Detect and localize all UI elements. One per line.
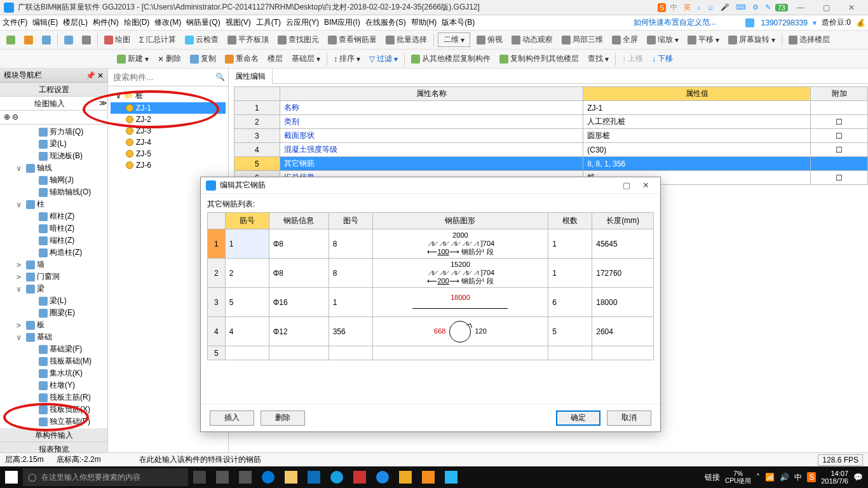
nav-node[interactable]: 辅助轴线(O) <box>1 186 106 198</box>
nav-node[interactable]: 暗柱(Z) <box>1 222 106 234</box>
copyto-button[interactable]: 复制构件到其他楼层 <box>497 52 581 65</box>
close-button[interactable]: ✕ <box>839 3 864 12</box>
menu-view[interactable]: 视图(V) <box>226 17 251 28</box>
sum-button[interactable]: Σ 汇总计算 <box>137 33 179 46</box>
tab-property-edit[interactable]: 属性编辑 <box>229 69 273 84</box>
copy-button[interactable]: 复制 <box>187 52 219 65</box>
open-button[interactable] <box>22 34 36 46</box>
collapse-icon[interactable]: ⊖ <box>12 112 18 121</box>
align-top-button[interactable]: 平齐板顶 <box>225 33 271 46</box>
ok-button[interactable]: 确定 <box>556 410 600 426</box>
element-root[interactable]: ∨ 📁 桩 <box>111 89 226 102</box>
search-icon[interactable]: 🔍 <box>215 72 224 81</box>
batch-select-button[interactable]: 批量选择 <box>383 33 430 46</box>
cancel-button[interactable]: 取消 <box>607 410 651 426</box>
nav-node[interactable]: ∨梁 <box>1 283 106 295</box>
tab-draw-input[interactable]: 绘图输入 ≫ <box>0 97 107 111</box>
tb-app-7[interactable] <box>440 466 463 488</box>
insert-button[interactable]: 插入 <box>210 410 254 426</box>
tray-clock[interactable]: 14:072018/7/6 <box>821 470 848 485</box>
taskbar-search[interactable]: ◯ 在这里输入你想要搜索的内容 <box>23 468 188 486</box>
menu-tools[interactable]: 工具(T) <box>256 17 281 28</box>
nav-node[interactable]: 梁(L) <box>1 295 106 307</box>
tray-sogou-icon[interactable]: S <box>807 472 816 482</box>
draw-button[interactable]: 绘图 <box>102 33 133 46</box>
tb-app-5[interactable] <box>394 466 417 488</box>
floor-button[interactable]: 楼层 <box>265 52 285 65</box>
nav-node[interactable]: >墙 <box>1 259 106 271</box>
nav-node[interactable]: 基础梁(F) <box>1 343 106 355</box>
tb-folder[interactable] <box>280 466 302 488</box>
dialog-maximize-button[interactable]: ▢ <box>617 180 636 190</box>
element-item[interactable]: ZJ-4 <box>111 137 226 148</box>
rotate-button[interactable]: 屏幕旋转 ▾ <box>726 33 778 46</box>
orbit-button[interactable]: 动态观察 <box>509 33 555 46</box>
element-item[interactable]: ZJ-1 <box>111 102 226 114</box>
property-table[interactable]: 属性名称属性值附加1名称ZJ-12类别人工挖孔桩☐3截面形状圆形桩☐4混凝土强度… <box>234 86 868 185</box>
nav-node[interactable]: >门窗洞 <box>1 271 106 283</box>
element-item[interactable]: ZJ-6 <box>111 159 226 171</box>
2d-dropdown[interactable]: 二维 ▾ <box>438 32 470 47</box>
nav-node[interactable]: 剪力墙(Q) <box>1 126 106 138</box>
nav-node[interactable]: 独立基础(P) <box>1 416 106 428</box>
tb-store[interactable] <box>302 466 325 488</box>
menu-element[interactable]: 构件(N) <box>93 17 119 28</box>
undo-button[interactable] <box>62 34 76 46</box>
account-number[interactable]: 13907298339 <box>761 18 808 27</box>
expand-icon[interactable]: ⊕ <box>4 112 10 121</box>
nav-node[interactable]: 筏板基础(M) <box>1 355 106 367</box>
delete-row-button[interactable]: 删除 <box>261 410 305 426</box>
view-rebar-button[interactable]: 查看钢筋量 <box>325 33 379 46</box>
nav-node[interactable]: ∨轴线 <box>1 162 106 174</box>
copyfrom-button[interactable]: 从其他楼层复制构件 <box>409 52 493 65</box>
find-button[interactable]: 查找▾ <box>585 52 611 65</box>
menu-file[interactable]: 文件(F) <box>3 17 27 28</box>
tb-ie[interactable] <box>325 466 348 488</box>
redo-button[interactable] <box>79 34 93 46</box>
cloud-check-button[interactable]: 云检查 <box>182 33 221 46</box>
menu-cloud[interactable]: 云应用(Y) <box>286 17 319 28</box>
tb-app-6[interactable] <box>417 466 440 488</box>
tb-edge[interactable] <box>257 466 280 488</box>
find-ele-button[interactable]: 查找图元 <box>275 33 322 46</box>
nav-node[interactable]: ∨柱 <box>1 198 106 210</box>
menu-rebar[interactable]: 钢筋量(Q) <box>186 17 220 28</box>
menu-version[interactable]: 版本号(B) <box>442 17 475 28</box>
nav-node[interactable]: 梁(L) <box>1 138 106 150</box>
menu-modify[interactable]: 修改(M) <box>154 17 181 28</box>
tb-app-1[interactable] <box>211 466 234 488</box>
movedown-button[interactable]: ↓下移 <box>649 52 675 65</box>
menu-edit[interactable]: 编辑(E) <box>32 17 58 28</box>
pin-icon[interactable]: 📌 ✕ <box>86 71 104 80</box>
tb-app-2[interactable] <box>234 466 257 488</box>
nav-node[interactable]: ∨基础 <box>1 331 106 343</box>
rename-button[interactable]: 重命名 <box>222 52 261 65</box>
menu-online[interactable]: 在线服务(S) <box>365 17 406 28</box>
help-link[interactable]: 如何快速布置自定义范... <box>634 17 716 28</box>
fullscreen-button[interactable]: 全屏 <box>609 33 641 46</box>
tab-project-settings[interactable]: 工程设置 <box>0 83 107 97</box>
save-button[interactable] <box>39 34 53 46</box>
new-button[interactable]: 新建▾ <box>114 52 151 65</box>
taskview-button[interactable] <box>188 466 211 488</box>
zoom-button[interactable]: 缩放 ▾ <box>644 33 681 46</box>
tray-vol-icon[interactable]: 🔊 <box>780 473 789 482</box>
new-file-button[interactable] <box>4 34 18 46</box>
element-item[interactable]: ZJ-3 <box>111 125 226 137</box>
tb-app-3[interactable] <box>348 466 371 488</box>
menu-help[interactable]: 帮助(H) <box>411 17 437 28</box>
tray-ime-icon[interactable]: 中 <box>794 472 802 483</box>
nav-node[interactable]: 柱墩(Y) <box>1 379 106 391</box>
nav-node[interactable]: 轴网(J) <box>1 174 106 186</box>
menu-floor[interactable]: 楼层(L) <box>63 17 88 28</box>
element-item[interactable]: ZJ-5 <box>111 148 226 159</box>
nav-node[interactable]: 端柱(Z) <box>1 234 106 247</box>
tray-up-icon[interactable]: ˄ <box>756 473 760 482</box>
nav-tree[interactable]: 剪力墙(Q)梁(L)现浇板(B)∨轴线轴网(J)辅助轴线(O)∨柱框柱(Z)暗柱… <box>0 125 107 428</box>
sort-button[interactable]: ↕排序▾ <box>331 52 363 65</box>
tray-link[interactable]: 链接 <box>705 472 720 483</box>
nav-node[interactable]: 筏板负筋(X) <box>1 403 106 416</box>
topview-button[interactable]: 俯视 <box>474 33 505 46</box>
tab-single-input[interactable]: 单构件输入 <box>0 428 107 442</box>
nav-node[interactable]: 圈梁(E) <box>1 307 106 319</box>
